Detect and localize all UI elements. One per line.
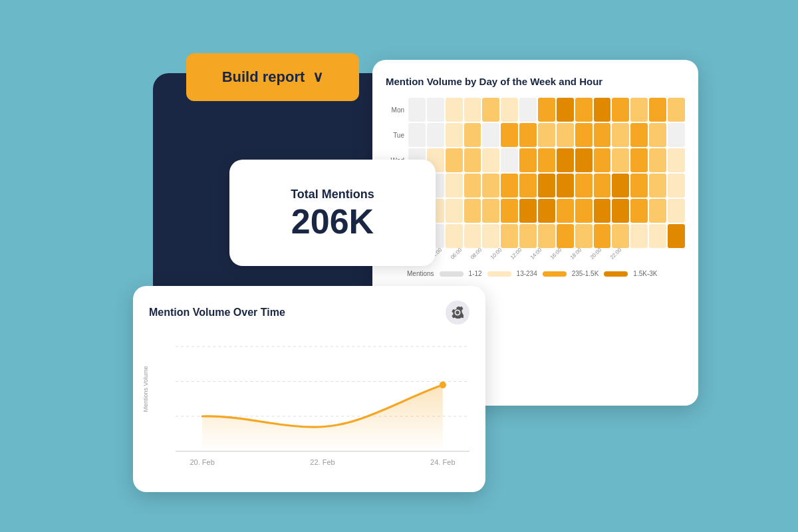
heatmap-cell <box>464 98 481 122</box>
legend-range-2: 13-234 <box>517 270 537 277</box>
heatmap-cell <box>464 123 481 147</box>
heatmap-cell <box>408 98 426 122</box>
heatmap-cell <box>594 123 611 147</box>
heatmap-cell <box>630 224 648 248</box>
heatmap-cell <box>519 148 537 172</box>
heatmap-cell <box>482 199 499 223</box>
legend-bar-4 <box>604 271 628 277</box>
gear-button[interactable] <box>446 301 469 325</box>
heatmap-cell <box>519 224 537 248</box>
linechart-header: Mention Volume Over Time <box>149 301 469 325</box>
heatmap-cell <box>538 98 555 122</box>
svg-text:24. Feb: 24. Feb <box>430 458 455 466</box>
chevron-down-icon: ∨ <box>313 68 323 86</box>
heatmap-cell <box>649 98 666 122</box>
heatmap-cell <box>649 224 666 248</box>
heatmap-cell <box>464 224 481 248</box>
heatmap-cell <box>630 123 648 147</box>
heatmap-cell <box>575 148 593 172</box>
heatmap-cell <box>649 123 666 147</box>
legend-bar-1 <box>440 271 464 277</box>
heatmap-cell <box>446 123 463 147</box>
heatmap-cell <box>501 199 518 223</box>
heatmap-cell <box>482 98 499 122</box>
heatmap-cell <box>668 123 685 147</box>
legend-range-1: 1-12 <box>469 270 482 277</box>
legend-range-4: 1.5K-3K <box>633 270 657 277</box>
svg-text:20. Feb: 20. Feb <box>190 458 214 466</box>
heatmap-cell <box>594 98 611 122</box>
heatmap-cell <box>519 98 537 122</box>
heatmap-cell <box>612 98 629 122</box>
total-mentions-card: Total Mentions 206K <box>229 160 436 266</box>
heatmap-cell <box>446 199 463 223</box>
total-mentions-label: Total Mentions <box>291 188 374 201</box>
day-label-mon: Mon <box>386 106 404 114</box>
heatmap-cell <box>575 199 593 223</box>
heatmap-cell <box>446 148 463 172</box>
heatmap-title: Mention Volume by Day of the Week and Ho… <box>386 76 685 87</box>
heatmap-cell <box>575 98 593 122</box>
heatmap-cell <box>427 98 444 122</box>
heatmap-cell <box>501 123 518 147</box>
heatmap-cell <box>501 98 518 122</box>
line-chart-area: Mentions Volume 15K 10K 5K <box>149 332 469 472</box>
heatmap-cell <box>464 199 481 223</box>
heatmap-cell <box>575 224 593 248</box>
heatmap-cell <box>427 123 444 147</box>
heatmap-cell <box>668 98 685 122</box>
heatmap-cell <box>446 98 463 122</box>
heatmap-cell <box>668 224 685 248</box>
heatmap-cell <box>612 123 629 147</box>
heatmap-cell <box>408 123 426 147</box>
heatmap-cell <box>557 174 574 198</box>
legend-label: Mentions <box>407 270 434 277</box>
heatmap-cell <box>668 148 685 172</box>
heatmap-cell <box>519 199 537 223</box>
heatmap-cell <box>557 98 574 122</box>
heatmap-cell <box>501 148 518 172</box>
heatmap-cell <box>630 199 648 223</box>
heatmap-cell <box>538 148 555 172</box>
heatmap-cell <box>668 174 685 198</box>
heatmap-cell <box>482 123 499 147</box>
heatmap-cell <box>538 123 555 147</box>
heatmap-cell <box>464 148 481 172</box>
heatmap-cell <box>612 224 629 248</box>
heatmap-cell <box>501 174 518 198</box>
heatmap-cell <box>501 224 518 248</box>
heatmap-cell <box>575 123 593 147</box>
heatmap-cell <box>612 174 629 198</box>
heatmap-cell <box>594 199 611 223</box>
day-label-tue: Tue <box>386 132 404 139</box>
linechart-card: Mention Volume Over Time Mentions Volume… <box>133 286 485 492</box>
svg-point-7 <box>440 382 446 389</box>
heatmap-cell <box>612 148 629 172</box>
legend-bar-2 <box>487 271 511 277</box>
heatmap-cell <box>482 148 499 172</box>
heatmap-cell <box>594 148 611 172</box>
total-mentions-value: 206K <box>291 204 374 239</box>
heatmap-cell <box>538 174 555 198</box>
heatmap-cell <box>557 148 574 172</box>
heatmap-cell <box>594 224 611 248</box>
heatmap-hours: 02:00 04:00 06:00 08:00 10:00 12:00 14:0… <box>407 251 685 257</box>
heatmap-cell <box>519 123 537 147</box>
heatmap-cell <box>446 174 463 198</box>
heatmap-cell <box>594 174 611 198</box>
gear-icon <box>452 307 464 319</box>
heatmap-cell <box>557 199 574 223</box>
heatmap-cell <box>557 224 574 248</box>
heatmap-cell <box>557 123 574 147</box>
linechart-title: Mention Volume Over Time <box>149 307 285 319</box>
heatmap-cell <box>538 199 555 223</box>
heatmap-cell <box>612 199 629 223</box>
heatmap-cell <box>649 174 666 198</box>
heatmap-cell <box>519 174 537 198</box>
heatmap-cell <box>630 148 648 172</box>
heatmap-cell <box>482 174 499 198</box>
legend-range-3: 235-1.5K <box>572 270 599 277</box>
heatmap-legend: Mentions 1-12 13-234 235-1.5K 1.5K-3K <box>407 270 685 277</box>
build-report-button[interactable]: Build report ∨ <box>186 53 359 101</box>
heatmap-cell <box>668 199 685 223</box>
